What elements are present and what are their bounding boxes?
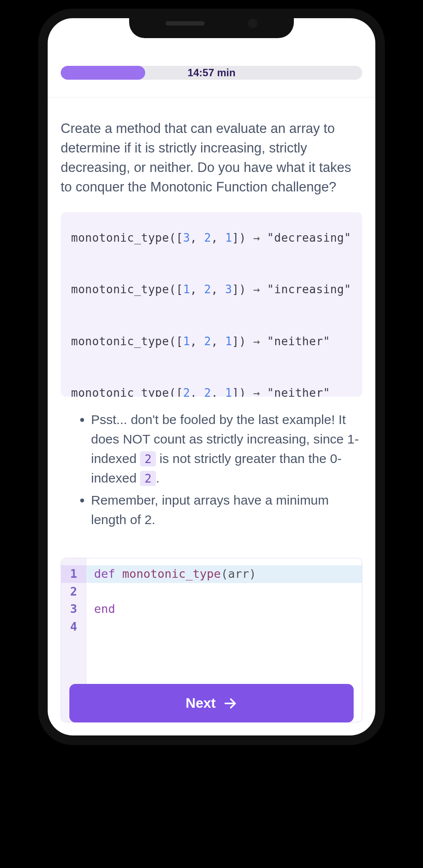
- progress-fill: [61, 66, 145, 80]
- editor-line: [94, 583, 354, 601]
- line-number: 2: [70, 585, 77, 598]
- phone-screen: 14:57 min Create a method that can evalu…: [48, 18, 375, 735]
- line-number: 3: [70, 602, 77, 615]
- keyword-def: def: [94, 567, 115, 580]
- next-button-label: Next: [185, 695, 215, 711]
- hint-item: Remember, input arrays have a minimum le…: [91, 490, 362, 529]
- screen-content: 14:57 min Create a method that can evalu…: [48, 18, 375, 735]
- examples-block: monotonic_type([3, 2, 1]) → "decreasing"…: [61, 212, 362, 397]
- hint-item: Psst... don't be fooled by the last exam…: [91, 410, 362, 488]
- hint-text: .: [156, 471, 159, 485]
- editor-line: end: [94, 600, 354, 618]
- line-number: 4: [70, 620, 77, 633]
- notch-camera: [248, 19, 257, 28]
- inline-code: 2: [140, 451, 156, 466]
- line-number: 1: [61, 565, 86, 583]
- challenge-prompt: Create a method that can evaluate an arr…: [61, 119, 362, 197]
- phone-notch: [129, 9, 294, 38]
- function-name: monotonic_type: [122, 567, 221, 580]
- progress-row: 14:57 min: [61, 66, 362, 80]
- header-divider: [48, 97, 375, 97]
- timer-label: 14:57 min: [188, 67, 236, 79]
- editor-line: def monotonic_type(arr): [86, 565, 362, 583]
- keyword-end: end: [94, 602, 115, 615]
- notch-speaker: [166, 21, 205, 26]
- inline-code: 2: [140, 471, 156, 486]
- phone-frame: 14:57 min Create a method that can evalu…: [38, 9, 385, 745]
- editor-line: [94, 618, 354, 636]
- next-button[interactable]: Next: [69, 684, 354, 722]
- hint-text: Remember, input arrays have a minimum le…: [91, 493, 329, 527]
- hints-list: Psst... don't be fooled by the last exam…: [61, 410, 362, 532]
- arrow-right-icon: [223, 696, 238, 711]
- params: (arr): [221, 567, 256, 580]
